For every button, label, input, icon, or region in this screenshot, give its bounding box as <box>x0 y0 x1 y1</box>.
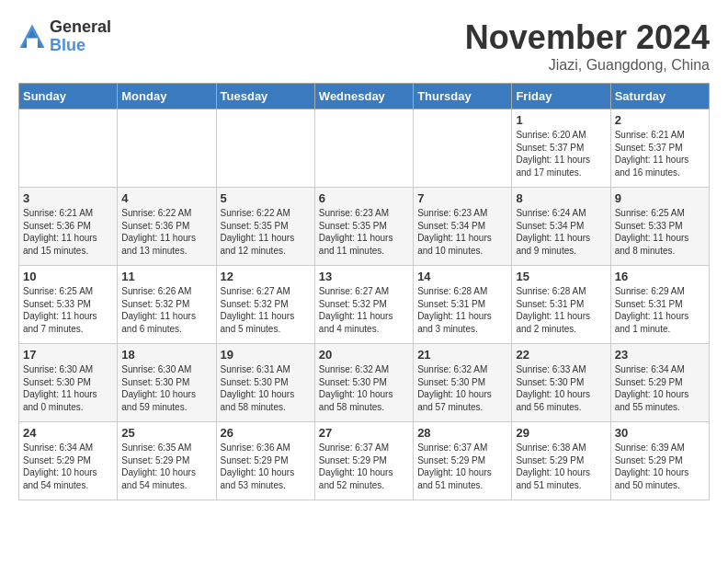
day-number: 28 <box>417 426 507 440</box>
day-cell: 8Sunrise: 6:24 AM Sunset: 5:34 PM Daylig… <box>512 188 610 266</box>
day-info: Sunrise: 6:37 AM Sunset: 5:29 PM Dayligh… <box>417 442 507 491</box>
week-row-5: 24Sunrise: 6:34 AM Sunset: 5:29 PM Dayli… <box>19 422 710 500</box>
week-row-4: 17Sunrise: 6:30 AM Sunset: 5:30 PM Dayli… <box>19 344 710 422</box>
day-info: Sunrise: 6:25 AM Sunset: 5:33 PM Dayligh… <box>23 285 113 335</box>
header-row: SundayMondayTuesdayWednesdayThursdayFrid… <box>19 84 710 109</box>
week-row-2: 3Sunrise: 6:21 AM Sunset: 5:36 PM Daylig… <box>19 188 710 266</box>
day-number: 30 <box>615 426 705 440</box>
day-cell: 7Sunrise: 6:23 AM Sunset: 5:34 PM Daylig… <box>414 188 512 266</box>
day-number: 6 <box>319 191 409 205</box>
day-info: Sunrise: 6:25 AM Sunset: 5:33 PM Dayligh… <box>615 207 705 257</box>
day-info: Sunrise: 6:22 AM Sunset: 5:36 PM Dayligh… <box>121 207 211 257</box>
location: Jiazi, Guangdong, China <box>465 57 710 74</box>
day-cell: 11Sunrise: 6:26 AM Sunset: 5:32 PM Dayli… <box>118 266 216 344</box>
day-cell: 19Sunrise: 6:31 AM Sunset: 5:30 PM Dayli… <box>216 344 314 422</box>
day-number: 23 <box>615 348 705 362</box>
day-info: Sunrise: 6:27 AM Sunset: 5:32 PM Dayligh… <box>221 285 311 335</box>
day-cell: 22Sunrise: 6:33 AM Sunset: 5:30 PM Dayli… <box>512 344 610 422</box>
day-number: 24 <box>23 426 113 440</box>
day-number: 25 <box>121 426 211 440</box>
day-cell <box>216 109 314 188</box>
logo: General Blue <box>18 18 111 55</box>
day-cell: 21Sunrise: 6:32 AM Sunset: 5:30 PM Dayli… <box>414 344 512 422</box>
logo-blue: Blue <box>50 37 111 55</box>
header-cell-saturday: Saturday <box>610 84 709 109</box>
day-number: 29 <box>516 426 606 440</box>
day-cell <box>19 109 118 188</box>
day-number: 26 <box>221 426 311 440</box>
day-info: Sunrise: 6:21 AM Sunset: 5:36 PM Dayligh… <box>23 207 113 257</box>
week-row-1: 1Sunrise: 6:20 AM Sunset: 5:37 PM Daylig… <box>19 109 710 188</box>
day-cell: 1Sunrise: 6:20 AM Sunset: 5:37 PM Daylig… <box>512 109 610 188</box>
day-number: 18 <box>121 348 211 362</box>
day-cell: 26Sunrise: 6:36 AM Sunset: 5:29 PM Dayli… <box>216 422 314 500</box>
logo-text: General Blue <box>50 18 111 55</box>
day-cell: 30Sunrise: 6:39 AM Sunset: 5:29 PM Dayli… <box>610 422 709 500</box>
logo-general: General <box>50 18 111 37</box>
month-title: November 2024 <box>465 18 710 57</box>
calendar-body: 1Sunrise: 6:20 AM Sunset: 5:37 PM Daylig… <box>19 109 710 500</box>
day-number: 16 <box>615 270 705 283</box>
day-info: Sunrise: 6:30 AM Sunset: 5:30 PM Dayligh… <box>23 363 113 413</box>
calendar-header: SundayMondayTuesdayWednesdayThursdayFrid… <box>19 84 710 109</box>
day-info: Sunrise: 6:30 AM Sunset: 5:30 PM Dayligh… <box>121 363 211 413</box>
day-info: Sunrise: 6:31 AM Sunset: 5:30 PM Dayligh… <box>221 363 311 413</box>
day-cell: 27Sunrise: 6:37 AM Sunset: 5:29 PM Dayli… <box>314 422 413 500</box>
header-cell-sunday: Sunday <box>19 84 118 109</box>
logo-icon <box>18 23 46 51</box>
day-info: Sunrise: 6:37 AM Sunset: 5:29 PM Dayligh… <box>319 442 409 491</box>
day-info: Sunrise: 6:38 AM Sunset: 5:29 PM Dayligh… <box>516 442 606 491</box>
day-number: 21 <box>417 348 507 362</box>
day-number: 10 <box>23 270 113 283</box>
day-info: Sunrise: 6:23 AM Sunset: 5:35 PM Dayligh… <box>319 207 409 257</box>
day-cell: 25Sunrise: 6:35 AM Sunset: 5:29 PM Dayli… <box>118 422 216 500</box>
day-number: 2 <box>615 113 705 127</box>
day-cell: 12Sunrise: 6:27 AM Sunset: 5:32 PM Dayli… <box>216 266 314 344</box>
day-cell: 28Sunrise: 6:37 AM Sunset: 5:29 PM Dayli… <box>414 422 512 500</box>
header-cell-wednesday: Wednesday <box>314 84 413 109</box>
page-header: General Blue November 2024 Jiazi, Guangd… <box>18 18 710 74</box>
calendar-table: SundayMondayTuesdayWednesdayThursdayFrid… <box>18 83 710 500</box>
day-cell: 17Sunrise: 6:30 AM Sunset: 5:30 PM Dayli… <box>19 344 118 422</box>
day-cell: 2Sunrise: 6:21 AM Sunset: 5:37 PM Daylig… <box>610 109 709 188</box>
day-number: 3 <box>23 191 113 205</box>
day-cell <box>414 109 512 188</box>
day-info: Sunrise: 6:39 AM Sunset: 5:29 PM Dayligh… <box>615 442 705 491</box>
day-cell <box>314 109 413 188</box>
day-cell: 23Sunrise: 6:34 AM Sunset: 5:29 PM Dayli… <box>610 344 709 422</box>
header-cell-friday: Friday <box>512 84 610 109</box>
day-number: 8 <box>516 191 606 205</box>
day-info: Sunrise: 6:21 AM Sunset: 5:37 PM Dayligh… <box>615 129 705 178</box>
day-number: 11 <box>121 270 211 283</box>
day-info: Sunrise: 6:32 AM Sunset: 5:30 PM Dayligh… <box>417 363 507 413</box>
day-number: 5 <box>221 191 311 205</box>
day-info: Sunrise: 6:26 AM Sunset: 5:32 PM Dayligh… <box>121 285 211 335</box>
day-info: Sunrise: 6:29 AM Sunset: 5:31 PM Dayligh… <box>615 285 705 335</box>
day-info: Sunrise: 6:24 AM Sunset: 5:34 PM Dayligh… <box>516 207 606 257</box>
day-cell: 3Sunrise: 6:21 AM Sunset: 5:36 PM Daylig… <box>19 188 118 266</box>
day-cell: 10Sunrise: 6:25 AM Sunset: 5:33 PM Dayli… <box>19 266 118 344</box>
day-cell: 5Sunrise: 6:22 AM Sunset: 5:35 PM Daylig… <box>216 188 314 266</box>
day-cell: 16Sunrise: 6:29 AM Sunset: 5:31 PM Dayli… <box>610 266 709 344</box>
day-info: Sunrise: 6:28 AM Sunset: 5:31 PM Dayligh… <box>417 285 507 335</box>
day-info: Sunrise: 6:32 AM Sunset: 5:30 PM Dayligh… <box>319 363 409 413</box>
day-cell: 20Sunrise: 6:32 AM Sunset: 5:30 PM Dayli… <box>314 344 413 422</box>
day-number: 9 <box>615 191 705 205</box>
header-cell-thursday: Thursday <box>414 84 512 109</box>
header-cell-monday: Monday <box>118 84 216 109</box>
day-number: 7 <box>417 191 507 205</box>
day-cell: 18Sunrise: 6:30 AM Sunset: 5:30 PM Dayli… <box>118 344 216 422</box>
day-number: 4 <box>121 191 211 205</box>
day-number: 12 <box>221 270 311 283</box>
day-number: 20 <box>319 348 409 362</box>
day-info: Sunrise: 6:22 AM Sunset: 5:35 PM Dayligh… <box>221 207 311 257</box>
day-number: 27 <box>319 426 409 440</box>
day-cell: 15Sunrise: 6:28 AM Sunset: 5:31 PM Dayli… <box>512 266 610 344</box>
day-number: 1 <box>516 113 606 127</box>
day-number: 22 <box>516 348 606 362</box>
day-cell: 13Sunrise: 6:27 AM Sunset: 5:32 PM Dayli… <box>314 266 413 344</box>
title-block: November 2024 Jiazi, Guangdong, China <box>465 18 710 74</box>
day-info: Sunrise: 6:35 AM Sunset: 5:29 PM Dayligh… <box>121 442 211 491</box>
day-cell: 14Sunrise: 6:28 AM Sunset: 5:31 PM Dayli… <box>414 266 512 344</box>
day-info: Sunrise: 6:36 AM Sunset: 5:29 PM Dayligh… <box>221 442 311 491</box>
